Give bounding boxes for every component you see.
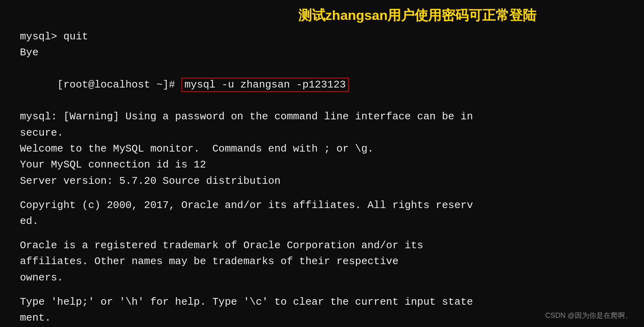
spacer2 <box>20 229 624 237</box>
line-help2: ment. <box>20 310 624 326</box>
command-box: mysql -u zhangsan -p123123 <box>181 78 349 92</box>
line-warning2: secure. <box>20 125 624 141</box>
line-copyright2: ed. <box>20 213 624 229</box>
line-copyright1: Copyright (c) 2000, 2017, Oracle and/or … <box>20 197 624 213</box>
line-bye: Bye <box>20 45 624 60</box>
line-oracle3: owners. <box>20 270 624 286</box>
line-connid: Your MySQL connection id is 12 <box>20 157 624 173</box>
line-server: Server version: 5.7.20 Source distributi… <box>20 173 624 189</box>
line-quit: mysql> quit <box>20 29 624 45</box>
root-prefix: [root@localhost ~]# <box>57 79 181 91</box>
line-welcome1: Welcome to the MySQL monitor. Commands e… <box>20 141 624 157</box>
line-warning1: mysql: [Warning] Using a password on the… <box>20 109 624 125</box>
title-annotation: 测试zhangsan用户使用密码可正常登陆 <box>298 5 537 26</box>
line-oracle1: Oracle is a registered trademark of Orac… <box>20 237 624 253</box>
watermark: CSDN @因为你是在爬啊、 <box>545 310 632 321</box>
spacer3 <box>20 286 624 294</box>
terminal-window: 测试zhangsan用户使用密码可正常登陆 mysql> quit Bye [r… <box>0 0 644 327</box>
line-oracle2: affiliates. Other names may be trademark… <box>20 253 624 269</box>
spacer1 <box>20 189 624 197</box>
line-command: [root@localhost ~]# mysql -u zhangsan -p… <box>20 61 624 109</box>
line-help1: Type 'help;' or '\h' for help. Type '\c'… <box>20 294 624 310</box>
